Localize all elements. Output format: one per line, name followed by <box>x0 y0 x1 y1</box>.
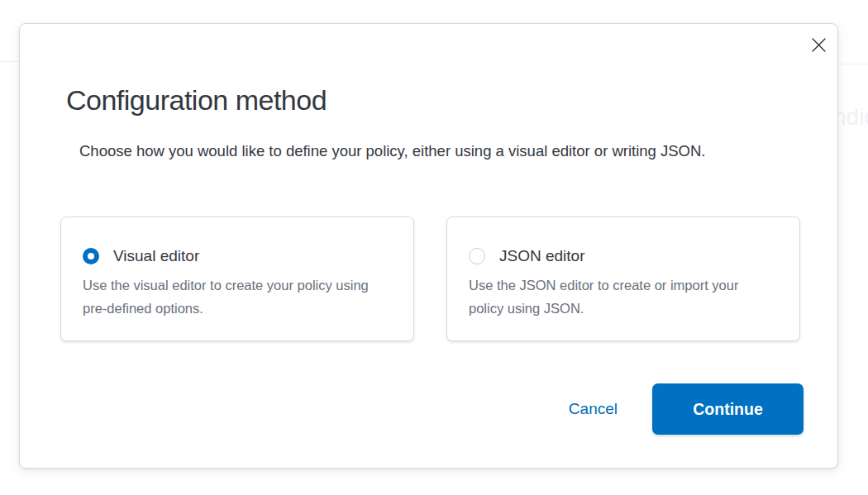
configuration-method-modal: Configuration method Choose how you woul… <box>19 23 838 469</box>
radio-dot <box>88 253 94 259</box>
continue-button[interactable]: Continue <box>652 383 804 435</box>
modal-footer: Cancel Continue <box>569 383 804 435</box>
radio-selected-icon[interactable] <box>83 248 99 264</box>
close-button[interactable] <box>806 32 831 57</box>
option-card-visual-editor[interactable]: Visual editor Use the visual editor to c… <box>60 217 414 341</box>
background-divider-left <box>0 61 19 62</box>
option-description: Use the visual editor to create your pol… <box>83 274 374 320</box>
option-label: JSON editor <box>499 247 584 265</box>
option-label: Visual editor <box>113 247 199 265</box>
cancel-button[interactable]: Cancel <box>569 400 618 418</box>
close-icon <box>812 38 826 52</box>
option-card-json-editor[interactable]: JSON editor Use the JSON editor to creat… <box>446 217 800 341</box>
radio-row: Visual editor <box>83 247 392 265</box>
radio-row: JSON editor <box>469 247 778 265</box>
radio-unselected-icon[interactable] <box>469 248 485 264</box>
background-divider-right <box>838 64 868 64</box>
background-ghost-text: ndic <box>833 104 868 131</box>
configuration-options: Visual editor Use the visual editor to c… <box>60 217 800 341</box>
modal-description: Choose how you would like to define your… <box>79 138 790 164</box>
modal-title: Configuration method <box>66 83 327 117</box>
option-description: Use the JSON editor to create or import … <box>469 274 760 320</box>
